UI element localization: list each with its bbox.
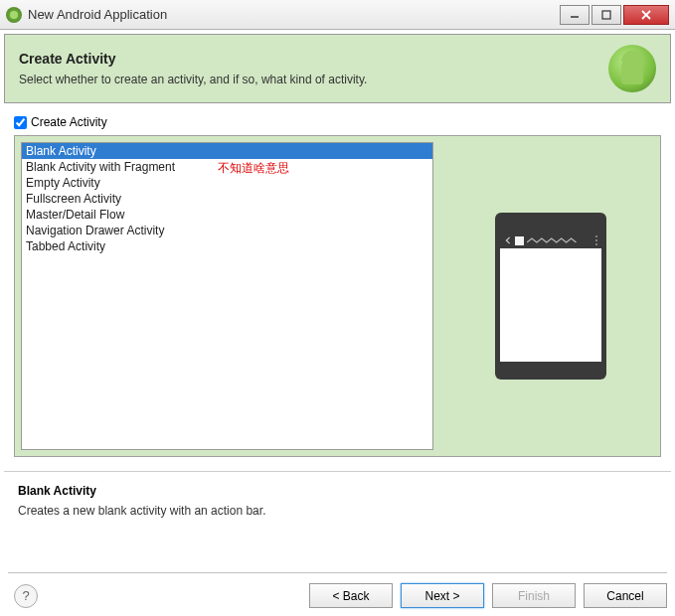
list-item[interactable]: Empty Activity <box>22 175 432 191</box>
wizard-banner: Create Activity Select whether to create… <box>4 34 671 103</box>
next-button[interactable]: Next > <box>401 583 484 608</box>
wizard-footer: ? < Back Next > Finish Cancel <box>8 572 667 608</box>
preview-panel <box>447 142 654 450</box>
create-activity-checkbox[interactable] <box>14 116 27 129</box>
banner-subtext: Select whether to create an activity, an… <box>19 73 367 86</box>
description-title: Blank Activity <box>18 484 657 498</box>
annotation-text: 不知道啥意思 <box>218 160 289 177</box>
list-item[interactable]: Navigation Drawer Activity <box>22 223 432 238</box>
window-title: New Android Application <box>28 7 560 22</box>
phone-screen <box>500 232 601 362</box>
list-item[interactable]: Tabbed Activity <box>22 238 432 254</box>
window-controls <box>560 5 669 25</box>
wizard-content: Create Activity Blank Activity Blank Act… <box>4 107 671 467</box>
minimize-icon <box>570 10 580 20</box>
finish-button[interactable]: Finish <box>492 583 576 608</box>
android-icon <box>608 45 656 92</box>
list-item[interactable]: Blank Activity <box>22 143 432 159</box>
back-button[interactable]: < Back <box>309 583 393 608</box>
phone-back-icon <box>504 236 512 244</box>
app-icon <box>6 7 22 23</box>
cancel-button[interactable]: Cancel <box>584 583 667 608</box>
description-text: Creates a new blank activity with an act… <box>18 504 657 518</box>
list-item[interactable]: Master/Detail Flow <box>22 207 432 223</box>
maximize-icon <box>601 10 611 20</box>
close-button[interactable] <box>623 5 669 25</box>
maximize-button[interactable] <box>591 5 621 25</box>
titlebar: New Android Application <box>0 0 675 30</box>
activity-list[interactable]: Blank Activity Blank Activity with Fragm… <box>21 142 433 450</box>
main-panel: Blank Activity Blank Activity with Fragm… <box>14 135 661 457</box>
svg-rect-1 <box>602 11 610 19</box>
description-panel: Blank Activity Creates a new blank activ… <box>4 471 671 530</box>
help-button[interactable]: ? <box>14 584 38 608</box>
phone-title-placeholder <box>527 237 592 243</box>
phone-app-icon <box>515 236 524 245</box>
create-activity-row: Create Activity <box>14 113 661 135</box>
phone-mockup <box>495 213 606 380</box>
create-activity-label: Create Activity <box>31 115 107 129</box>
banner-text: Create Activity Select whether to create… <box>19 51 367 86</box>
minimize-button[interactable] <box>560 5 590 25</box>
banner-heading: Create Activity <box>19 51 367 67</box>
list-item[interactable]: Fullscreen Activity <box>22 191 432 207</box>
phone-menu-icon <box>595 235 597 245</box>
close-icon <box>640 9 652 21</box>
help-icon: ? <box>22 588 29 603</box>
phone-statusbar <box>500 232 601 248</box>
